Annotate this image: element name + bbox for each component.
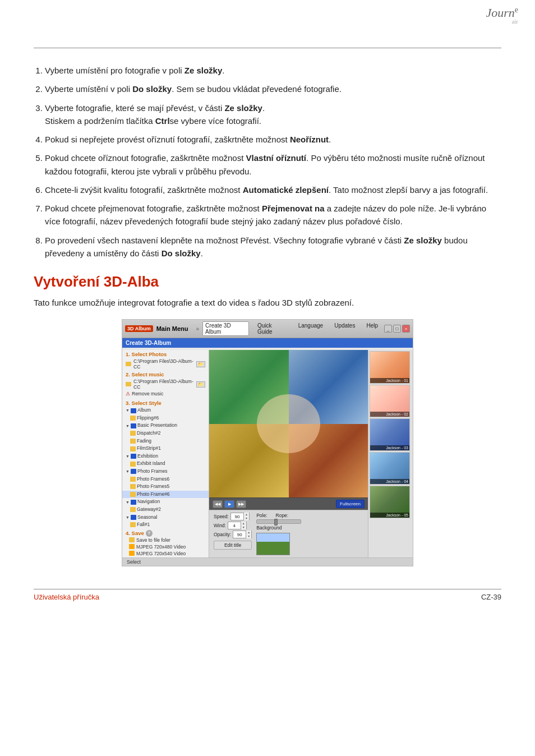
ss-save-label: 4. Save [126, 530, 144, 536]
tree-flipping[interactable]: Flipping#6 [122, 414, 209, 422]
footer-right: CZ-39 [481, 593, 501, 601]
tree-basic[interactable]: ▼ Basic Presentation [122, 422, 209, 430]
footer-left: Uživatelská příručka [34, 593, 99, 601]
ss-select-label[interactable]: Select [122, 557, 413, 566]
ss-edit-title-btn[interactable]: Edit title [214, 541, 252, 550]
ss-slider-bar[interactable] [256, 519, 301, 524]
ss-speed-spinbox[interactable]: 90 ▲ ▼ [230, 513, 250, 520]
preview-center-overlay [257, 394, 320, 453]
ss-thumb-2[interactable]: Jackson - 02 [370, 385, 410, 417]
ss-opacity-up[interactable]: ▲ [246, 531, 251, 534]
tree-seasonal[interactable]: ▼ Seasonal [122, 514, 209, 522]
tree-filmstrip[interactable]: FilmStrip#1 [122, 445, 209, 453]
tree-label-pf5: Photo Frames5 [137, 483, 169, 491]
tree-photoframe6-highlighted[interactable]: Photo Frame#6 [122, 491, 209, 499]
ss-close-btn[interactable]: × [402, 325, 410, 333]
tree-label-filmstrip: FilmStrip#1 [137, 445, 161, 453]
ss-center-panel: ◀◀ ▶ ▶▶ Fullscreen Speed: 90 [209, 350, 368, 557]
ss-rope-section: Pole: Rope: Background [256, 513, 301, 555]
ss-panel-title: Create 3D-Album [122, 338, 413, 348]
tree-fall[interactable]: Fall#1 [122, 521, 209, 529]
tree-icon-nav [131, 500, 136, 505]
ss-pole-rope-labels: Pole: Rope: [256, 513, 301, 518]
tree-icon-pf-h [130, 492, 136, 497]
ss-prev-btn[interactable]: ◀◀ [213, 500, 223, 508]
tree-label-fall: Fall#1 [137, 521, 150, 529]
tree-dispatch[interactable]: Dispatch#2 [122, 430, 209, 437]
ss-nav-updates[interactable]: Updates [331, 321, 358, 336]
ss-wind-up[interactable]: ▲ [241, 522, 246, 525]
ss-right-panel: Jackson - 01 Jackson - 02 Jackson - 03 J… [368, 350, 413, 557]
tree-gateway[interactable]: Gateway#2 [122, 506, 209, 514]
ss-thumb-4[interactable]: Jackson - 04 [370, 452, 410, 485]
ss-thumb-5[interactable]: Jackson - 05 [370, 486, 410, 518]
ss-thumb-label-2: Jackson - 02 [370, 412, 409, 417]
ss-thumb-label-4: Jackson - 04 [370, 479, 409, 484]
ss-speed-arrows: ▲ ▼ [243, 513, 249, 520]
tree-album[interactable]: ▼ Album [122, 407, 209, 414]
ss-thumb-1[interactable]: Jackson - 01 [370, 351, 410, 384]
tree-label-exhibition: Exhibition [137, 453, 158, 460]
tree-fading[interactable]: Fading [122, 437, 209, 445]
tree-label-photo-frames: Photo Frames [137, 468, 167, 476]
ss-browse-btn1[interactable]: 📁 [196, 361, 205, 367]
ss-save-item-720x480[interactable]: MJPEG 720x480 Video [126, 543, 205, 550]
ss-maximize-btn[interactable]: □ [393, 325, 401, 333]
list-item-4: Pokud si nepřejete provést oříznutí foto… [45, 133, 501, 146]
tree-exhibition[interactable]: ▼ Exhibition [122, 453, 209, 460]
tree-icon-seasonal [131, 515, 136, 520]
ss-speed-down[interactable]: ▼ [244, 517, 249, 520]
ss-thumb-3[interactable]: Jackson - 03 [370, 418, 410, 451]
ss-browse-btn2[interactable]: 📁 [196, 381, 205, 388]
ss-wind-label: Wind: [214, 523, 226, 528]
tree-icon-dispatch [130, 431, 136, 436]
tree-icon-basic [131, 423, 136, 428]
top-divider [34, 48, 501, 48]
ss-nav-help[interactable]: Help [363, 321, 381, 336]
ss-play-btn[interactable]: ▶ [224, 500, 234, 508]
ss-nav-language[interactable]: Language [296, 321, 326, 336]
ss-wind-spinbox[interactable]: 4 ▲ ▼ [228, 522, 247, 529]
ss-main-menu: Main Menu [156, 325, 188, 332]
ss-win-controls: _ □ × [384, 325, 410, 333]
tree-photo-frames[interactable]: ▼ Photo Frames [122, 468, 209, 476]
ss-opacity-down[interactable]: ▼ [246, 534, 251, 538]
ss-settings-panel: Speed: 90 ▲ ▼ Wind: [209, 510, 368, 557]
ss-remove-music[interactable]: ⚠ Remove music [122, 390, 209, 399]
ss-nav-guide[interactable]: Quick Guide [255, 321, 290, 336]
ss-wind-arrows: ▲ ▼ [241, 522, 246, 529]
ss-speed-row: Speed: 90 ▲ ▼ [214, 513, 252, 520]
ss-nav-create[interactable]: Create 3D Album [202, 321, 249, 336]
ss-save-item-720x432[interactable]: MJPEG 720x432 Video [126, 557, 205, 558]
tree-icon-pf6 [130, 477, 136, 482]
ss-speed-up[interactable]: ▲ [244, 513, 249, 517]
tree-label-seasonal: Seasonal [137, 514, 157, 522]
ss-fullscreen-btn[interactable]: Fullscreen [336, 500, 365, 508]
ss-save-section: 4. Save ? Save to file foler MJPEG 720x4… [122, 529, 209, 558]
ss-opacity-spinbox[interactable]: 90 ▲ ▼ [233, 531, 252, 538]
tree-arrow-photo-frames: ▼ [126, 469, 130, 473]
tree-exhibit-island[interactable]: Exhibit Island [122, 460, 209, 468]
section-intro: Tato funkce umožňuje integrovat fotograf… [34, 296, 501, 309]
ss-save-help[interactable]: ? [146, 530, 153, 537]
tree-navigation[interactable]: ▼ Navigation [122, 498, 209, 506]
ss-next-btn[interactable]: ▶▶ [236, 500, 246, 508]
ss-folder-icon1 [126, 362, 131, 366]
ss-nav-arrow: » [196, 326, 200, 332]
ss-file-path1-text: C:\Program Files\3D-Album-CC [133, 358, 195, 370]
ss-speed-controls: Speed: 90 ▲ ▼ Wind: [214, 513, 252, 555]
tree-photoframes5[interactable]: Photo Frames5 [122, 483, 209, 491]
ss-file-path2-text: C:\Program Files\3D-Album-CC [133, 379, 195, 390]
ss-save-item-720x540[interactable]: MJPEG 720x540 Video [126, 550, 205, 557]
ss-minimize-btn[interactable]: _ [384, 325, 392, 333]
tree-photoframes6[interactable]: Photo Frames6 [122, 476, 209, 483]
logo: Journe air [486, 6, 518, 25]
tree-icon-exhibit-island [130, 462, 136, 467]
footer: Uživatelská příručka CZ-39 [34, 589, 501, 601]
tree-label-nav: Navigation [137, 498, 160, 506]
ss-section2-label: 2. Select music [122, 370, 209, 378]
ss-opacity-arrows: ▲ ▼ [246, 531, 251, 538]
tree-label-flipping: Flipping#6 [137, 414, 159, 422]
ss-save-item-folder[interactable]: Save to file foler [126, 537, 205, 543]
ss-wind-down[interactable]: ▼ [241, 525, 246, 529]
